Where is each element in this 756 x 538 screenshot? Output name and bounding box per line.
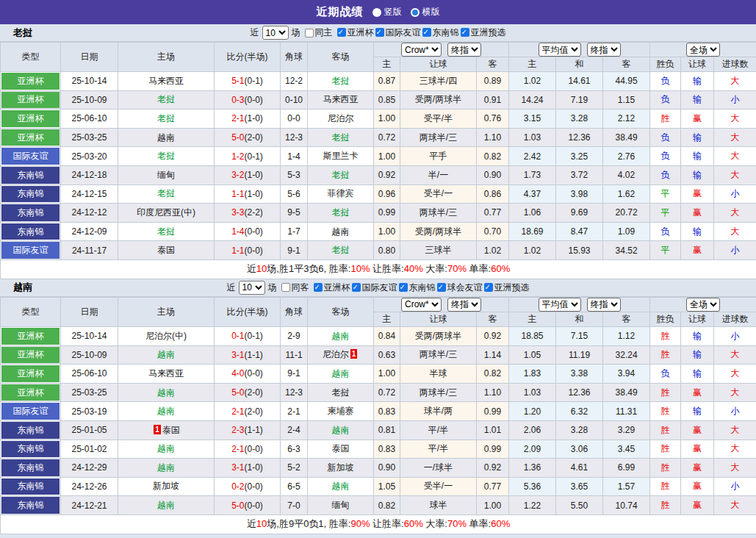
avg-away-odds: 32.24 — [603, 345, 650, 365]
avg-away-odds: 1.15 — [603, 90, 650, 110]
match-count-select[interactable]: 10 — [239, 281, 265, 295]
checkbox-unchecked-icon — [305, 29, 314, 37]
result-handicap: 输 — [681, 326, 714, 345]
result-win-draw-loss: 胜 — [650, 420, 681, 440]
crow-away-odds: 1.10 — [477, 128, 509, 147]
away-team: 越南 — [308, 365, 374, 384]
handicap-line: 受两/两球半 — [400, 326, 477, 345]
match-type: 亚洲杯 — [1, 345, 61, 365]
avg-draw-odds: 6.32 — [556, 402, 603, 421]
col-header-home: 主场 — [118, 43, 215, 72]
league-checkbox[interactable]: 国际友谊 — [375, 26, 421, 39]
match-type: 亚洲杯 — [1, 383, 61, 402]
corner-score: 7-0 — [281, 496, 308, 515]
away-team: 新加坡 — [308, 459, 374, 478]
match-row: 亚洲杯25-10-14马来西亚5-1(0-1)12-2老挝0.87三球半/四0.… — [1, 72, 756, 91]
home-team: 马来西亚 — [118, 72, 215, 91]
match-row: 亚洲杯25-03-25越南5-0(2-0)12-3老挝0.72两球半/三1.10… — [1, 128, 756, 147]
summary-text: 近 — [247, 518, 256, 529]
red-card-icon: 1 — [154, 425, 161, 434]
avg-home-odds: 2.06 — [509, 420, 556, 440]
avg-draw-odds: 15.93 — [556, 241, 603, 260]
final-odds-select-2[interactable]: 终指 — [587, 298, 621, 312]
crow-home-odds: 0.83 — [374, 440, 400, 459]
corner-score: 1-7 — [281, 222, 308, 241]
average-odds-select[interactable]: 平均值 — [539, 43, 581, 57]
handicap-line: 球半 — [400, 496, 477, 515]
handicap-group-header: Crow* 终指 — [374, 297, 509, 312]
odds-source-select[interactable]: Crow* — [401, 43, 442, 57]
final-odds-select[interactable]: 终指 — [447, 298, 481, 312]
match-type: 东南锦 — [1, 184, 61, 204]
result-handicap: 输 — [681, 165, 714, 184]
corner-score: 5-3 — [281, 165, 308, 184]
result-goals: 小 — [714, 241, 756, 260]
match-date: 24-12-21 — [61, 496, 118, 515]
match-score: 3-3(2-2) — [215, 204, 281, 223]
league-filter-group: 亚洲杯国际友谊东南锦亚洲预选 — [336, 26, 506, 40]
league-checkbox[interactable]: 亚洲杯 — [337, 26, 374, 39]
radio-selected-icon — [411, 8, 420, 17]
avg-draw-odds: 3.38 — [556, 365, 603, 384]
match-row: 亚洲杯25-06-10老挝2-1(1-0)0-0尼泊尔1.00受平/半0.763… — [1, 110, 756, 129]
match-score: 1-2(0-1) — [215, 147, 281, 166]
result-win-draw-loss: 胜 — [650, 110, 681, 129]
sub-header-result-handicap: 让球 — [681, 312, 714, 326]
match-date: 25-10-14 — [61, 72, 118, 91]
league-checkbox[interactable]: 亚洲预选 — [484, 281, 530, 294]
match-count-select[interactable]: 10 — [262, 26, 289, 40]
crow-home-odds: 1.00 — [374, 222, 400, 241]
league-checkbox[interactable]: 球会友谊 — [437, 281, 483, 294]
fulltime-select[interactable]: 全场 — [686, 43, 720, 57]
result-handicap: 输 — [681, 90, 714, 110]
home-team: 印度尼西亚(中) — [118, 204, 215, 223]
same-venue-checkbox[interactable]: 同主 — [305, 26, 333, 39]
layout-radio-horizontal[interactable]: 横版 — [411, 6, 440, 18]
avg-home-odds: 1.02 — [509, 72, 556, 91]
handicap-line: 两球半/三 — [400, 128, 477, 147]
match-score: 3-1(1-0) — [215, 459, 281, 478]
avg-home-odds: 1.83 — [509, 365, 556, 384]
checkbox-checked-icon — [437, 283, 446, 292]
sub-header-result-goals: 进球数 — [714, 312, 756, 326]
result-goals: 大 — [714, 496, 756, 515]
fulltime-select[interactable]: 全场 — [686, 298, 720, 312]
handicap-line: 半球 — [400, 365, 477, 384]
average-odds-select[interactable]: 平均值 — [539, 298, 581, 312]
league-checkbox[interactable]: 东南锦 — [422, 26, 459, 39]
league-checkbox[interactable]: 东南锦 — [399, 281, 436, 294]
league-checkbox[interactable]: 亚洲预选 — [461, 26, 506, 39]
league-checkbox[interactable]: 国际友谊 — [352, 281, 397, 294]
match-type: 国际友谊 — [1, 147, 61, 166]
away-team: 斯里兰卡 — [308, 147, 374, 166]
match-score: 0-3(0-0) — [215, 90, 281, 110]
final-odds-select-2[interactable]: 终指 — [587, 43, 621, 57]
layout-radio-vertical[interactable]: 竖版 — [372, 6, 402, 18]
result-win-draw-loss: 胜 — [650, 496, 681, 515]
match-score: 1-1(1-0) — [215, 184, 281, 204]
league-checkbox[interactable]: 亚洲杯 — [314, 281, 350, 294]
same-venue-checkbox[interactable]: 同客 — [281, 281, 309, 294]
handicap-line: 一/球半 — [400, 459, 477, 478]
crow-home-odds: 0.82 — [374, 496, 400, 515]
sub-header-result-handicap: 让球 — [681, 57, 714, 72]
league-label: 国际友谊 — [386, 26, 421, 39]
crow-away-odds: 0.77 — [477, 204, 509, 223]
avg-away-odds: 20.72 — [603, 204, 650, 223]
summary-text: 10% — [350, 263, 370, 274]
crow-away-odds: 0.92 — [477, 326, 509, 345]
away-team: 菲律宾 — [308, 184, 374, 204]
match-row: 亚洲杯25-03-25越南5-0(2-0)12-3老挝0.72两球半/三1.10… — [1, 383, 756, 402]
games-label: 场 — [292, 26, 300, 39]
home-team: 越南 — [118, 383, 215, 402]
sub-header-avg-home: 主 — [509, 57, 556, 72]
sub-header-handicap: 让球 — [400, 312, 477, 326]
away-team: 尼泊尔 — [308, 110, 374, 129]
avg-draw-odds: 3.65 — [556, 477, 603, 496]
match-score: 1-1(0-0) — [215, 241, 281, 260]
final-odds-select[interactable]: 终指 — [447, 43, 481, 57]
avg-home-odds: 5.36 — [509, 477, 556, 496]
avg-draw-odds: 3.28 — [556, 420, 603, 440]
corner-score: 5-2 — [281, 459, 308, 478]
odds-source-select[interactable]: Crow* — [401, 298, 442, 312]
